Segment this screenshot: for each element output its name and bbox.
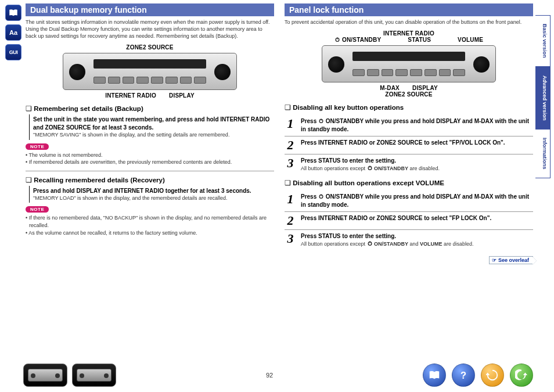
diagram-left: ZONE2 SOURCE INTERNET RADIO DISPLAY [26,44,274,99]
device-illustration [63,53,237,90]
recovery-sub: "MEMORY LOAD" is shown in the display, a… [33,195,274,202]
help-icon[interactable]: ? [452,364,475,387]
see-overleaf-link[interactable]: See overleaf [489,256,533,264]
bottom-bar: 92 ? [23,362,533,389]
label-status: STATUS [408,37,431,43]
step-1-1: 1 Press ON/STANDBY while you press and h… [285,115,533,136]
note2-bullet-1: If there is no remembered data, "NO BACK… [29,214,274,229]
label-display: DISPLAY [169,92,195,99]
svg-rect-9 [369,241,370,243]
note1-bullets: The volume is not remembered. If remembe… [26,152,274,166]
step-2-3: 3 Press STATUS to enter the setting. All… [285,230,533,250]
tab-advanced-version[interactable]: Advanced version [535,67,551,130]
rear-view-thumb[interactable] [72,364,116,387]
book-icon[interactable] [5,5,21,21]
note-pill-2: NOTE [26,206,49,213]
step-1-3: 3 Press STATUS to enter the setting. All… [285,154,533,175]
step-2-1: 1 Press ON/STANDBY while you press and h… [285,190,533,212]
subheading-disable-all: Disabling all key button operations [285,103,533,112]
note1-bullet-2: If remembered details are overwritten, t… [29,159,274,166]
step-2-2: 2 Press INTERNET RADIO or ZONE2 SOURCE t… [285,212,533,230]
column-left: Dual backup memory function The unit sto… [26,3,274,389]
prev-page-icon[interactable] [481,364,504,387]
label-volume: VOLUME [458,37,483,43]
label-mdax: M-DAX [380,85,400,91]
label-zone2-source-r: ZONE2 SOURCE [385,91,432,98]
subheading-disable-except-vol: Disabling all button operations except V… [285,179,533,187]
aa-icon[interactable]: Aa [5,24,21,41]
left-icon-rail: Aa GUI [3,3,23,389]
subheading-recovery: Recalling remembered details (Recovery) [26,176,274,184]
note2-bullets: If there is no remembered data, "NO BACK… [26,214,274,236]
section-title-panel-lock: Panel lock function [285,3,533,16]
device-illustration-r [322,45,496,82]
note2-bullet-2: As the volume cannot be recalled, it ret… [29,229,274,237]
step-1-2: 2 Press INTERNET RADIO or ZONE2 SOURCE t… [285,136,533,154]
backup-bold: Set the unit in the state you want remem… [33,116,274,131]
intro-right: To prevent accidental operation of this … [285,19,533,26]
svg-rect-5 [369,166,370,168]
column-right: Panel lock function To prevent accidenta… [285,3,533,389]
label-internet-radio: INTERNET RADIO [105,92,156,99]
intro-left: The unit stores settings information in … [26,19,274,39]
next-page-icon[interactable] [510,364,533,387]
label-zone2-source: ZONE2 SOURCE [126,44,173,51]
backup-sub: "MEMORY SAVING" is shown in the display,… [33,131,274,138]
label-internet-radio-r: INTERNET RADIO [383,30,434,37]
label-display-r: DISPLAY [412,85,438,91]
contents-icon[interactable] [423,364,446,387]
label-on-standby: ON/STANDBY [334,37,381,43]
front-view-thumb[interactable] [23,364,67,387]
svg-rect-3 [321,118,322,121]
tab-informations[interactable]: Informations [535,129,551,178]
recovery-instructions: Press and hold DISPLAY and INTERNET RADI… [29,186,274,203]
page-number: 92 [266,372,273,379]
subheading-backup: Remembering set details (Backup) [26,105,274,113]
right-tab-rail: Basic version Advanced version Informati… [535,3,551,389]
svg-rect-1 [337,37,338,39]
steps-group1: 1 Press ON/STANDBY while you press and h… [285,115,533,174]
note-pill-1: NOTE [26,143,49,150]
diagram-right: INTERNET RADIO ON/STANDBY STATUS VOLUME … [285,30,533,98]
steps-group2: 1 Press ON/STANDBY while you press and h… [285,190,533,250]
svg-rect-7 [321,195,322,197]
recovery-bold: Press and hold DISPLAY and INTERNET RADI… [33,187,274,195]
backup-instructions: Set the unit in the state you want remem… [29,114,274,139]
gui-icon[interactable]: GUI [5,44,21,60]
svg-text:?: ? [461,370,466,380]
section-title-dual-backup: Dual backup memory function [26,3,274,16]
tab-basic-version[interactable]: Basic version [535,15,551,67]
note1-bullet-1: The volume is not remembered. [29,152,274,159]
